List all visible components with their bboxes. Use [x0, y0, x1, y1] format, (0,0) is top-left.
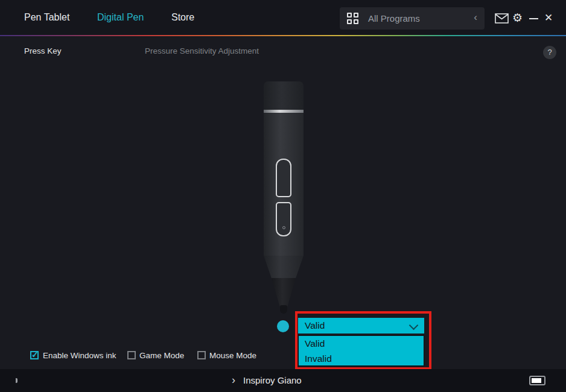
apps-grid-icon [347, 13, 360, 25]
pen-button-dot [282, 226, 285, 229]
tab-pen-tablet[interactable]: Pen Tablet [24, 12, 69, 23]
subtab-pressure-sensitivity[interactable]: Pressure Sensitivity Adjustment [145, 46, 259, 55]
tab-store[interactable]: Store [171, 12, 194, 23]
label-mouse-mode[interactable]: Mouse Mode [209, 351, 256, 360]
footer-bar: › Inspiroy Giano [0, 369, 566, 392]
checkbox-game-mode[interactable] [127, 351, 136, 359]
subtab-press-key[interactable]: Press Key [24, 46, 62, 55]
all-programs-selector[interactable]: All Programs ‹ [340, 7, 485, 30]
gear-icon[interactable]: ⚙ [512, 11, 523, 25]
nib-function-dropdown[interactable]: Valid [298, 318, 424, 334]
chevron-right-icon[interactable]: › [232, 369, 235, 391]
pen-shoulder [264, 256, 304, 279]
rainbow-divider [0, 35, 566, 36]
battery-cap [16, 378, 17, 383]
minimize-icon[interactable] [529, 18, 538, 19]
pen-tip-cone [272, 278, 296, 308]
digital-pen-image [264, 81, 304, 318]
battery-icon [529, 376, 545, 385]
dropdown-option-valid[interactable]: Valid [299, 336, 424, 351]
all-programs-label: All Programs [368, 13, 420, 24]
device-name[interactable]: Inspiroy Giano [243, 369, 302, 392]
pen-button-upper[interactable] [276, 159, 291, 197]
collapse-left-icon[interactable]: ‹ [474, 11, 477, 24]
mail-icon[interactable] [495, 13, 509, 26]
pen-button-lower[interactable] [276, 202, 291, 236]
label-game-mode[interactable]: Game Mode [139, 351, 184, 360]
help-icon[interactable]: ? [543, 46, 556, 59]
dropdown-option-invalid[interactable]: Invalid [299, 351, 424, 366]
app-window: Pen Tablet Digital Pen Store All Program… [0, 0, 566, 392]
chevron-down-icon [409, 321, 419, 330]
pen-nib [280, 305, 287, 314]
checkbox-enable-windows-ink[interactable]: ✓ [30, 351, 39, 359]
label-enable-windows-ink[interactable]: Enable Windows ink [43, 351, 116, 360]
checkbox-mouse-mode[interactable] [197, 351, 206, 359]
checkmark-icon: ✓ [31, 350, 39, 359]
pen-cap [264, 81, 304, 110]
close-icon[interactable]: ✕ [544, 11, 553, 24]
nib-dropdown-options-list: Valid Invalid [298, 335, 424, 366]
pen-nib-hotspot[interactable] [277, 320, 289, 332]
nib-dropdown-selected-value: Valid [305, 318, 325, 334]
tab-digital-pen[interactable]: Digital Pen [97, 12, 144, 23]
